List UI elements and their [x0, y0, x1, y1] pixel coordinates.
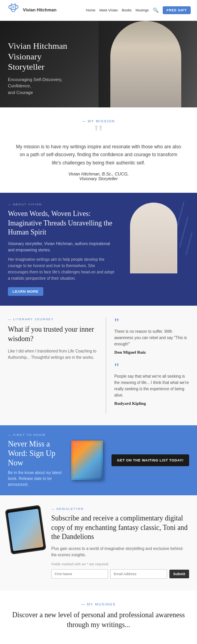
quote-mark-2: " [114, 362, 189, 372]
mission-attribution: Vivian Hitchman, B.Sc., CUCG, Visionary … [16, 172, 181, 181]
newsletter-required-note: Fields marked with an * are required [51, 562, 189, 566]
newsletter-image [8, 507, 43, 552]
quote-1: " There is no reason to suffer. With awa… [114, 317, 189, 354]
newsletter-body: Plus gain access to a world of imaginati… [51, 546, 189, 558]
svg-point-2 [12, 6, 15, 8]
search-icon[interactable]: 🔍 [153, 7, 159, 13]
quote-author-2: Rudyard Kipling [114, 401, 189, 406]
mission2-label: — MY MUSINGS [8, 602, 189, 606]
hero-title: Vivian HitchmanVisionaryStoryteller [8, 41, 110, 72]
nav-home[interactable]: Home [86, 8, 95, 12]
logo[interactable]: Vivian Hitchman [6, 3, 56, 17]
mission-text: My mission is to have my writings inspir… [16, 143, 181, 167]
about-body: Her imaginative writings aim to help peo… [8, 256, 114, 282]
about-image [118, 203, 189, 273]
hero-content: Vivian HitchmanVisionaryStoryteller Enco… [0, 29, 118, 107]
quote-decorative: " [16, 127, 181, 139]
literary-title: What if you trusted your inner wisdom? [8, 325, 98, 343]
literary-label: — LITERARY JOURNEY [8, 317, 98, 321]
about-title: Woven Words, Woven Lives: Imaginative Th… [8, 209, 114, 237]
literary-body: Like I did when I transitioned from Life… [8, 348, 98, 361]
mission2-section: — MY MUSINGS Discover a new level of per… [0, 590, 197, 642]
newsletter-first-name-input[interactable] [51, 569, 108, 579]
waitlist-content: — FIRST TO KNOW Never Miss a Word: Sign … [8, 433, 63, 487]
tablet-device [5, 505, 46, 555]
quote-2: " People say that what we're all seeking… [114, 362, 189, 406]
navigation: Vivian Hitchman Home Meet Vivian Books M… [0, 0, 197, 21]
newsletter-submit-button[interactable]: Submit [169, 570, 190, 578]
hero-subtitle: Encouraging Self-Discovery, Confidence, … [8, 76, 110, 96]
newsletter-section: — NEWSLETTER Subscribe and receive a com… [0, 495, 197, 590]
waitlist-label: — FIRST TO KNOW [8, 433, 63, 437]
quote-mark-1: " [114, 317, 189, 327]
nav-musings[interactable]: Musings [136, 8, 149, 12]
newsletter-form: Submit [51, 569, 189, 579]
literary-divider [106, 317, 106, 413]
mission2-title: Discover a new level of personal and pro… [8, 610, 189, 630]
waitlist-title: Never Miss a Word: Sign Up Now [8, 439, 63, 467]
literary-section: — LITERARY JOURNEY What if you trusted y… [0, 306, 197, 425]
literary-content: — LITERARY JOURNEY What if you trusted y… [8, 317, 98, 413]
hero-section: Vivian HitchmanVisionaryStoryteller Enco… [0, 21, 197, 107]
newsletter-content: — NEWSLETTER Subscribe and receive a com… [51, 507, 189, 578]
waitlist-section: — FIRST TO KNOW Never Miss a Word: Sign … [0, 425, 197, 495]
about-desc: Visionary storyteller, Vivian Hitchman, … [8, 241, 114, 253]
waitlist-button[interactable]: GET ON THE WAITING LIST TODAY! [112, 454, 189, 466]
newsletter-title: Subscribe and receive a complimentary di… [51, 514, 189, 541]
newsletter-email-input[interactable] [110, 569, 167, 579]
nav-links: Home Meet Vivian Books Musings 🔍 FREE GI… [86, 6, 191, 14]
quote-text-1: There is no reason to suffer. With aware… [114, 328, 189, 347]
learn-more-button[interactable]: LEARN MORE [8, 287, 43, 296]
literary-quotes: " There is no reason to suffer. With awa… [114, 317, 189, 413]
about-section: — ABOUT VIVIAN Woven Words, Woven Lives:… [0, 193, 197, 306]
book-cover [69, 441, 106, 480]
quote-text-2: People say that what we're all seeking i… [114, 373, 189, 399]
logo-text: Vivian Hitchman [23, 7, 56, 13]
free-gift-button[interactable]: FREE GIFT [163, 6, 191, 14]
about-content: — ABOUT VIVIAN Woven Words, Woven Lives:… [8, 203, 114, 296]
waitlist-body: Be in the know about my latest book. Rel… [8, 470, 63, 487]
quote-author-1: Don Miguel Ruiz [114, 350, 189, 354]
newsletter-label: — NEWSLETTER [51, 507, 189, 511]
blog-section: Why You Should Be Happy We're Saying Far… [0, 642, 197, 644]
nav-meet-vivian[interactable]: Meet Vivian [99, 8, 118, 12]
nav-books[interactable]: Books [122, 8, 132, 12]
mission-section: — MY MISSION " My mission is to have my … [0, 107, 197, 193]
about-label: — ABOUT VIVIAN [8, 203, 114, 206]
